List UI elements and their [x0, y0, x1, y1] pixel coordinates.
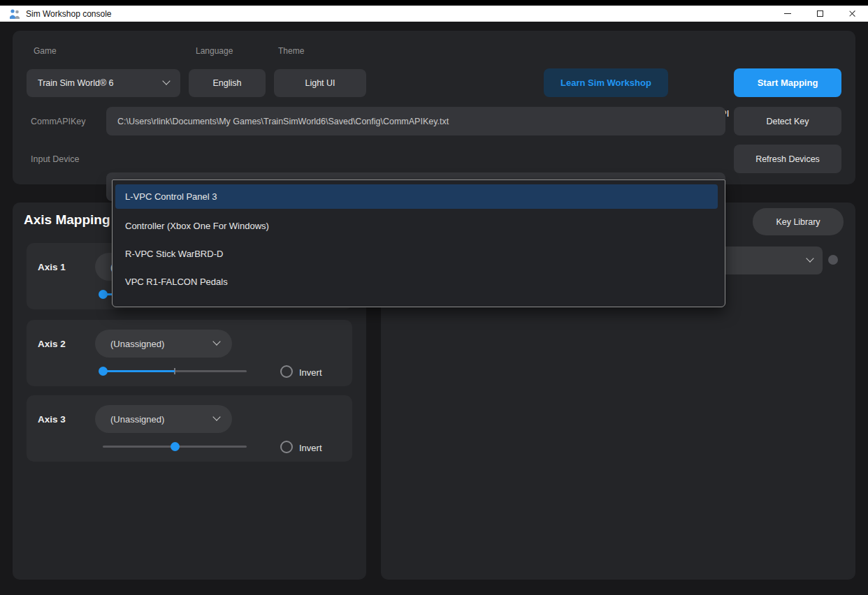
- comm-api-key-input[interactable]: [106, 107, 725, 135]
- refresh-devices-button[interactable]: Refresh Devices: [734, 145, 841, 173]
- learn-sim-workshop-label: Learn Sim Workshop: [560, 78, 651, 88]
- dropdown-item[interactable]: R-VPC Stick WarBRD-D: [113, 240, 725, 267]
- close-button[interactable]: [836, 6, 868, 22]
- language-label: Language: [196, 46, 233, 56]
- slider-fill: [103, 370, 175, 372]
- start-mapping-label: Start Mapping: [758, 78, 818, 88]
- game-select[interactable]: Train Sim World® 6: [27, 69, 180, 97]
- theme-label: Theme: [278, 46, 304, 56]
- invert-label: Invert: [299, 443, 322, 453]
- slider-thumb[interactable]: [99, 367, 108, 376]
- axis-label: Axis 3: [38, 414, 66, 425]
- dropdown-item-label: R-VPC Stick WarBRD-D: [125, 249, 223, 259]
- start-mapping-button[interactable]: Start Mapping: [734, 68, 841, 97]
- dropdown-item[interactable]: Controller (Xbox One For Windows): [113, 212, 725, 240]
- app-icon: [8, 8, 21, 20]
- dropdown-item-label: L-VPC Control Panel 3: [125, 191, 217, 202]
- axis-assignment-select[interactable]: (Unassigned): [95, 405, 232, 433]
- game-label: Game: [34, 46, 57, 56]
- dropdown-item[interactable]: VPC R1-FALCON Pedals: [113, 267, 725, 295]
- maximize-button[interactable]: [804, 6, 836, 22]
- chevron-down-icon: [212, 337, 220, 345]
- comm-api-key-label: CommAPIKey: [31, 107, 86, 135]
- dropdown-item-label: VPC R1-FALCON Pedals: [125, 277, 228, 287]
- refresh-devices-label: Refresh Devices: [755, 154, 820, 164]
- axis-label: Axis 1: [38, 262, 66, 272]
- language-button-label: English: [213, 78, 242, 88]
- axis-assignment-value: (Unassigned): [110, 339, 164, 349]
- input-device-label: Input Device: [31, 145, 79, 173]
- maximize-icon: [817, 10, 823, 17]
- dropdown-item-selected[interactable]: L-VPC Control Panel 3: [115, 184, 718, 209]
- status-dot: [828, 255, 838, 265]
- slider-thumb[interactable]: [171, 442, 180, 451]
- window-controls: [772, 6, 868, 22]
- titlebar: Sim Workshop console: [0, 6, 868, 22]
- minimize-button[interactable]: [772, 6, 804, 22]
- chevron-down-icon: [212, 413, 220, 420]
- axis-assignment-value: (Unassigned): [110, 414, 164, 425]
- app-window: Sim Workshop console Game Train Sim Worl…: [0, 0, 868, 595]
- axis-label: Axis 2: [38, 339, 66, 349]
- detect-key-label: Detect Key: [766, 117, 809, 126]
- learn-sim-workshop-button[interactable]: Learn Sim Workshop: [544, 68, 668, 97]
- detect-key-button[interactable]: Detect Key: [734, 107, 841, 135]
- dropdown-item-label: Controller (Xbox One For Windows): [125, 221, 269, 231]
- window-title: Sim Workshop console: [26, 9, 112, 19]
- slider-thumb[interactable]: [99, 290, 108, 299]
- invert-radio[interactable]: [280, 441, 293, 453]
- theme-button-label: Light UI: [305, 78, 335, 88]
- top-strip: [0, 0, 868, 6]
- axis-assignment-select[interactable]: (Unassigned): [95, 330, 232, 358]
- axis-mapping-title: Axis Mapping: [24, 212, 110, 228]
- theme-button[interactable]: Light UI: [274, 69, 366, 97]
- input-device-dropdown-list: L-VPC Control Panel 3 Controller (Xbox O…: [112, 179, 725, 307]
- key-library-button[interactable]: Key Library: [753, 208, 844, 235]
- chevron-down-icon: [806, 254, 813, 262]
- axis-slider[interactable]: [103, 442, 247, 451]
- invert-radio[interactable]: [280, 365, 293, 378]
- axis-slider[interactable]: [103, 367, 247, 376]
- game-select-value: Train Sim World® 6: [38, 78, 114, 88]
- close-icon: [848, 10, 856, 17]
- key-library-label: Key Library: [776, 217, 820, 227]
- invert-label: Invert: [299, 367, 322, 378]
- chevron-down-icon: [162, 77, 170, 85]
- minimize-icon: [784, 13, 791, 14]
- axis-2-card: Axis 2 (Unassigned) Invert: [27, 320, 352, 386]
- axis-3-card: Axis 3 (Unassigned) Invert: [27, 395, 352, 462]
- language-button[interactable]: English: [189, 69, 266, 97]
- settings-panel: Game Train Sim World® 6 Language English…: [13, 31, 855, 184]
